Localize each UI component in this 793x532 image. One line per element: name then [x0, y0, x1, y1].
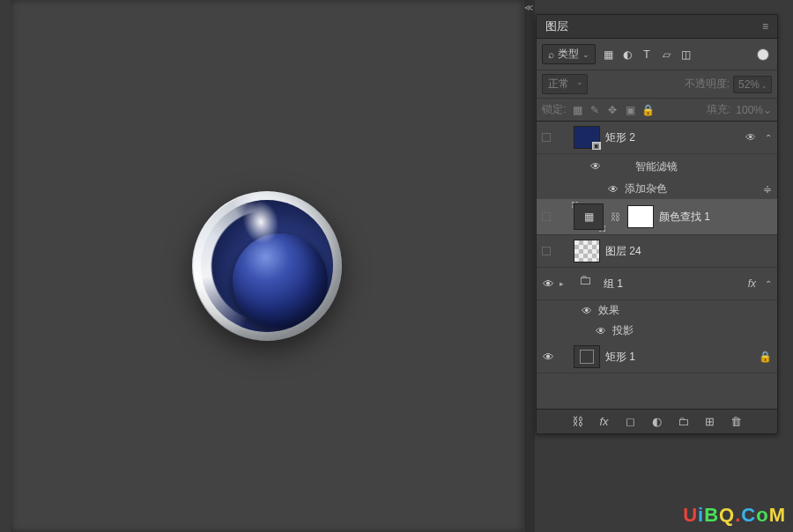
- fx-badge[interactable]: fx: [748, 277, 756, 290]
- layer-row-group1[interactable]: 👁 ▸ 🗀 组 1 fx ⌃: [537, 268, 777, 300]
- lock-icon[interactable]: 🔒: [759, 351, 772, 363]
- effect-dropshadow[interactable]: 👁 投影: [537, 321, 777, 341]
- visibility-toggle[interactable]: 👁: [595, 325, 607, 337]
- visibility-icon[interactable]: 👁: [745, 131, 756, 144]
- visibility-toggle[interactable]: 👁: [607, 183, 619, 196]
- layers-panel: 图层 ≡ ⌕ 类型 ⌄ ▦ ◐ T ▱ ◫ 正常 ⌄ 不透明度: 52%⌄ 锁定…: [536, 14, 778, 434]
- visibility-toggle[interactable]: 👁: [556, 211, 568, 224]
- lock-label: 锁定:: [542, 102, 566, 117]
- filter-blend-icon[interactable]: ≑: [763, 183, 772, 196]
- blend-row: 正常 ⌄ 不透明度: 52%⌄: [537, 70, 777, 99]
- delete-layer-icon[interactable]: 🗑: [730, 415, 744, 428]
- layer-select-checkbox[interactable]: [542, 212, 551, 221]
- layer-row-rect1[interactable]: 👁 矩形 1 🔒: [537, 341, 777, 373]
- chevron-down-icon: ⌄: [576, 78, 583, 86]
- mask-thumbnail[interactable]: [627, 205, 654, 228]
- filter-mask-thumb[interactable]: [607, 157, 630, 176]
- lock-row: 锁定: ▦ ✎ ✥ ▣ 🔒 填充: 100%⌄: [537, 99, 777, 122]
- adjustment-layer-icon[interactable]: ◐: [650, 415, 664, 428]
- layers-panel-footer: ⛓ fx ◻ ◐ 🗀 ⊞ 🗑: [537, 409, 777, 433]
- layer-name[interactable]: 矩形 1: [605, 350, 750, 365]
- layer-thumbnail[interactable]: ▣: [574, 126, 600, 149]
- layer-name[interactable]: 颜色查找 1: [659, 210, 772, 225]
- fill-value: 100%: [736, 104, 763, 116]
- layer-select-checkbox[interactable]: [542, 247, 551, 255]
- layer-filter-row: ⌕ 类型 ⌄ ▦ ◐ T ▱ ◫: [537, 39, 777, 70]
- fill-field[interactable]: 100%⌄: [736, 104, 772, 116]
- chevron-down-icon: ⌄: [582, 50, 589, 59]
- opacity-value: 52%: [738, 78, 760, 91]
- new-layer-icon[interactable]: ⊞: [703, 415, 717, 428]
- lock-pixels-icon[interactable]: ▦: [571, 104, 583, 116]
- effects-header[interactable]: 👁 效果: [537, 300, 777, 321]
- filter-pixel-icon[interactable]: ▦: [601, 48, 615, 62]
- layer-thumbnail[interactable]: [574, 240, 600, 262]
- smart-filters-label: 智能滤镜: [635, 159, 678, 174]
- filter-kind-dropdown[interactable]: ⌕ 类型 ⌄: [542, 44, 596, 64]
- panel-dock-rail: ≪: [524, 0, 535, 532]
- opacity-label: 不透明度:: [685, 77, 730, 92]
- blend-mode-dropdown[interactable]: 正常 ⌄: [542, 74, 588, 94]
- visibility-toggle[interactable]: 👁: [581, 305, 593, 317]
- layer-name[interactable]: 组 1: [604, 277, 739, 292]
- lock-position-icon[interactable]: ✥: [606, 104, 619, 116]
- opacity-field[interactable]: 52%⌄: [733, 76, 772, 93]
- panel-menu-icon[interactable]: ≡: [762, 20, 768, 33]
- filter-item-noise[interactable]: 👁 添加杂色 ≑: [537, 179, 777, 199]
- layer-select-checkbox[interactable]: [542, 133, 551, 142]
- document-content-c4d-logo: [192, 191, 342, 341]
- lock-artboard-icon[interactable]: ▣: [624, 104, 636, 116]
- link-icon[interactable]: ⛓: [611, 211, 620, 222]
- filter-toggle[interactable]: [758, 49, 768, 60]
- layer-row-layer24[interactable]: 👁 图层 24: [537, 235, 777, 268]
- layer-thumbnail[interactable]: [574, 345, 600, 368]
- layers-list: 👁 ▣ 矩形 2 👁 ⌃ 👁 智能滤镜 👁 添加杂色 ≑ 👁 ▦ ⛓ 颜色查找 …: [537, 122, 777, 373]
- visibility-toggle[interactable]: 👁: [589, 160, 602, 173]
- visibility-toggle[interactable]: 👁: [542, 351, 554, 364]
- watermark: UiBQ.CoM: [683, 504, 786, 527]
- filter-name: 添加杂色: [625, 181, 667, 196]
- filter-type-icon[interactable]: T: [640, 48, 654, 62]
- filter-kind-label: 类型: [558, 47, 579, 62]
- layer-style-icon[interactable]: fx: [597, 415, 611, 428]
- layer-row-rect2[interactable]: 👁 ▣ 矩形 2 👁 ⌃: [537, 122, 777, 154]
- canvas-area[interactable]: [11, 0, 523, 532]
- visibility-toggle[interactable]: 👁: [542, 277, 554, 291]
- layer-row-colorlookup[interactable]: 👁 ▦ ⛓ 颜色查找 1: [537, 199, 777, 235]
- visibility-toggle[interactable]: 👁: [556, 131, 568, 144]
- disclosure-triangle[interactable]: ▸: [560, 279, 567, 288]
- collapse-icon[interactable]: ≪: [524, 3, 533, 12]
- fill-label: 填充:: [707, 102, 730, 117]
- collapse-icon[interactable]: ⌃: [765, 279, 772, 289]
- new-group-icon[interactable]: 🗀: [677, 415, 691, 428]
- layer-name[interactable]: 矩形 2: [605, 130, 737, 145]
- add-mask-icon[interactable]: ◻: [624, 415, 638, 428]
- lock-brush-icon[interactable]: ✎: [589, 104, 601, 116]
- layer-name[interactable]: 图层 24: [605, 244, 772, 259]
- folder-icon[interactable]: 🗀: [572, 272, 598, 295]
- effects-label: 效果: [598, 303, 619, 318]
- effect-name: 投影: [612, 323, 634, 338]
- filter-adjustment-icon[interactable]: ◐: [620, 48, 634, 62]
- filter-smart-icon[interactable]: ◫: [678, 48, 693, 62]
- adjustment-thumbnail[interactable]: ▦: [574, 203, 604, 230]
- filter-shape-icon[interactable]: ▱: [659, 48, 673, 62]
- panel-title[interactable]: 图层: [545, 18, 568, 34]
- panel-tab-bar: 图层 ≡: [537, 15, 777, 39]
- visibility-toggle[interactable]: 👁: [556, 245, 568, 258]
- blend-mode-value: 正常: [548, 78, 569, 90]
- smart-filters-header[interactable]: 👁 智能滤镜: [537, 154, 777, 179]
- lock-all-icon[interactable]: 🔒: [641, 104, 654, 116]
- link-layers-icon[interactable]: ⛓: [571, 415, 585, 428]
- search-icon: ⌕: [548, 48, 554, 61]
- collapse-icon[interactable]: ⌃: [765, 133, 772, 143]
